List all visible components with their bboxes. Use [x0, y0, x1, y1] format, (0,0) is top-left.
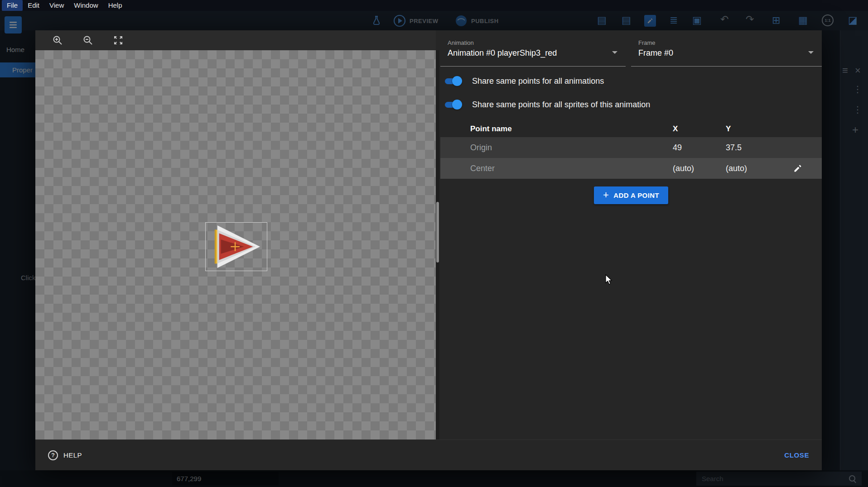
animation-select-label: Animation [448, 39, 474, 46]
plus-icon: + [603, 190, 609, 200]
sprite-preview[interactable] [205, 222, 267, 271]
point-x-value: 49 [673, 143, 726, 153]
point-y-value: (auto) [726, 164, 790, 173]
toggle-share-all-animations[interactable]: Share same points for all animations [443, 73, 822, 89]
sprite-canvas[interactable] [35, 50, 436, 439]
point-row-center[interactable]: Center (auto) (auto) [440, 158, 822, 179]
animation-select-value: Animation #0 playerShip3_red [448, 48, 557, 58]
close-button[interactable]: CLOSE [778, 447, 815, 463]
menu-view[interactable]: View [44, 0, 69, 11]
add-point-label: ADD A POINT [613, 191, 659, 199]
column-x: X [673, 124, 726, 134]
canvas-scrollbar[interactable] [436, 50, 439, 439]
animation-select[interactable]: Animation Animation #0 playerShip3_red [440, 36, 626, 67]
column-point-name: Point name [440, 124, 673, 134]
fit-to-screen-button[interactable] [112, 34, 124, 46]
dialog-footer: ? HELP CLOSE [35, 439, 822, 470]
add-point-button[interactable]: + ADD A POINT [594, 186, 668, 204]
zoom-in-icon [52, 35, 63, 46]
menu-help[interactable]: Help [103, 0, 127, 11]
toggle-label: Share same points for all animations [472, 76, 604, 86]
point-name: Origin [440, 143, 673, 153]
canvas-toolbar [35, 30, 436, 50]
help-button[interactable]: ? HELP [44, 447, 86, 464]
column-y: Y [726, 124, 790, 134]
zoom-out-button[interactable] [82, 34, 94, 46]
toggle-switch[interactable] [443, 76, 462, 86]
help-icon: ? [48, 450, 58, 460]
menu-edit[interactable]: Edit [23, 0, 44, 11]
toggle-label: Share same points for all sprites of thi… [472, 100, 650, 110]
point-y-value: 37.5 [726, 143, 790, 153]
chevron-down-icon [808, 51, 814, 54]
point-name: Center [440, 164, 673, 173]
points-side-panel: Animation Animation #0 playerShip3_red F… [440, 30, 822, 439]
mouse-cursor [605, 274, 615, 285]
player-ship-sprite [206, 223, 267, 271]
zoom-in-button[interactable] [52, 34, 63, 46]
menu-window[interactable]: Window [69, 0, 103, 11]
scrollbar-thumb[interactable] [436, 202, 439, 263]
menu-file[interactable]: File [2, 0, 23, 11]
frame-select-label: Frame [638, 39, 656, 46]
frame-select-value: Frame #0 [638, 48, 673, 58]
point-x-value: (auto) [673, 164, 726, 173]
frame-select[interactable]: Frame Frame #0 [631, 36, 822, 67]
menubar: File Edit View Window Help [0, 0, 868, 11]
help-label: HELP [63, 451, 82, 459]
fullscreen-icon [113, 35, 124, 46]
points-table-header: Point name X Y [440, 121, 822, 137]
chevron-down-icon [612, 51, 617, 54]
edit-point-button[interactable] [790, 161, 805, 176]
edit-points-dialog: Animation Animation #0 playerShip3_red F… [35, 30, 822, 470]
toggle-share-all-sprites[interactable]: Share same points for all sprites of thi… [443, 96, 822, 113]
point-row-origin[interactable]: Origin 49 37.5 [440, 137, 822, 158]
zoom-out-icon [82, 35, 93, 46]
pencil-icon [793, 164, 802, 173]
toggle-switch[interactable] [443, 100, 462, 110]
